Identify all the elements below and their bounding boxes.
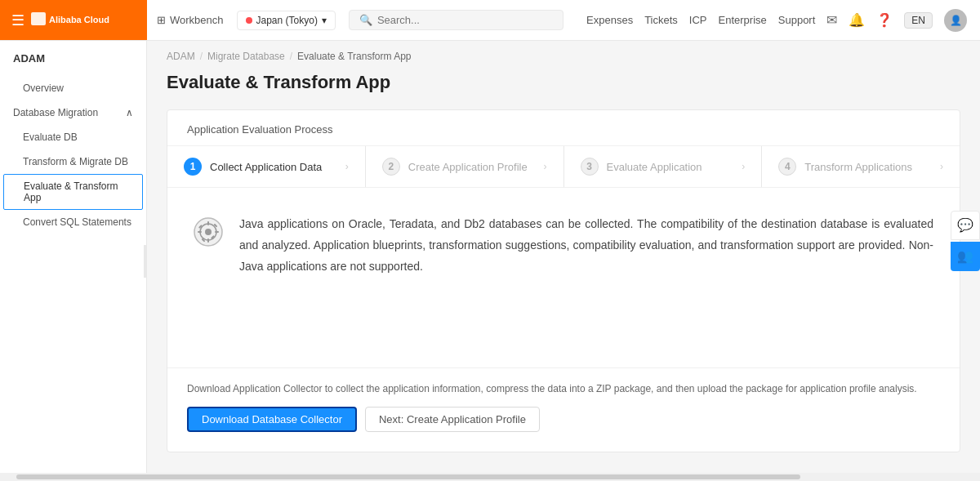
svg-text:Alibaba Cloud: Alibaba Cloud — [49, 15, 109, 24]
breadcrumb: ADAM / Migrate Database / Evaluate & Tra… — [147, 41, 980, 69]
svg-rect-6 — [207, 238, 209, 243]
footer-buttons: Download Database Collector Next: Create… — [187, 407, 940, 432]
sidebar-item-convert-sql[interactable]: Convert SQL Statements — [0, 210, 146, 234]
search-icon: 🔍 — [359, 14, 372, 26]
navbar-right: Expenses Tickets ICP Enterprise Support … — [573, 9, 980, 32]
bell-icon[interactable]: 🔔 — [849, 12, 865, 28]
float-group-button[interactable]: 👥 — [951, 242, 980, 271]
step-1-label: Collect Application Data — [210, 161, 322, 173]
language-button[interactable]: EN — [904, 12, 933, 29]
step-1-number: 1 — [184, 158, 202, 176]
chevron-down-icon: ▾ — [322, 15, 327, 26]
step-2-arrow: › — [544, 161, 547, 172]
tickets-link[interactable]: Tickets — [644, 14, 678, 26]
region-status-dot — [246, 17, 252, 24]
float-buttons: 💬 👥 — [951, 211, 980, 271]
sidebar-title: ADAM — [0, 41, 146, 76]
step-3[interactable]: 3 Evaluate Application › — [564, 146, 763, 187]
svg-rect-0 — [31, 12, 46, 25]
avatar[interactable]: 👤 — [944, 9, 967, 32]
svg-point-4 — [205, 229, 212, 235]
svg-rect-8 — [215, 231, 219, 233]
enterprise-link[interactable]: Enterprise — [719, 14, 767, 26]
float-chat-button[interactable]: 💬 — [951, 211, 980, 240]
bottom-scrollbar[interactable] — [0, 473, 980, 481]
description-text: Java applications on Oracle, Teradata, a… — [239, 214, 933, 348]
footer-area: Download Application Collector to collec… — [167, 367, 960, 452]
step-4-number: 4 — [778, 158, 796, 176]
email-icon[interactable]: ✉ — [826, 12, 837, 28]
page-title: Evaluate & Transform App — [167, 72, 960, 93]
breadcrumb-adam[interactable]: ADAM — [167, 51, 195, 62]
workbench-icon: ⊞ — [157, 14, 166, 26]
sidebar-section-database-migration[interactable]: Database Migration ∧ — [0, 100, 146, 125]
description-icon — [194, 217, 223, 348]
sidebar-item-evaluate-transform-app[interactable]: Evaluate & Transform App — [3, 174, 143, 210]
workbench-link[interactable]: ⊞ Workbench — [157, 14, 224, 26]
sidebar: ADAM Overview Database Migration ∧ Evalu… — [0, 41, 147, 481]
next-create-profile-button[interactable]: Next: Create Application Profile — [365, 407, 540, 432]
navbar-center: ⊞ Workbench Japan (Tokyo) ▾ 🔍 — [147, 10, 573, 30]
step-4-arrow: › — [940, 161, 943, 172]
icp-link[interactable]: ICP — [689, 14, 707, 26]
sidebar-item-evaluate-db[interactable]: Evaluate DB — [0, 125, 146, 149]
step-2-number: 2 — [382, 158, 400, 176]
step-3-number: 3 — [581, 158, 599, 176]
svg-rect-7 — [198, 231, 202, 233]
sidebar-item-transform-migrate-db[interactable]: Transform & Migrate DB — [0, 149, 146, 174]
brand: ☰ Alibaba Cloud — [0, 0, 147, 40]
step-2[interactable]: 2 Create Application Profile › — [366, 146, 564, 187]
breadcrumb-sep-1: / — [200, 51, 203, 62]
breadcrumb-sep-2: / — [290, 51, 292, 62]
step-4[interactable]: 4 Transform Applications › — [762, 146, 960, 187]
navbar: ☰ Alibaba Cloud ⊞ Workbench Japan (Tokyo… — [0, 0, 980, 41]
steps-bar: 1 Collect Application Data › 2 Create Ap… — [167, 145, 960, 188]
region-label: Japan (Tokyo) — [256, 15, 318, 26]
step-3-label: Evaluate Application — [607, 161, 702, 173]
main-content: ADAM / Migrate Database / Evaluate & Tra… — [147, 41, 980, 481]
workbench-label: Workbench — [170, 14, 224, 26]
brand-logo: Alibaba Cloud — [31, 10, 121, 30]
breadcrumb-migrate-db[interactable]: Migrate Database — [207, 51, 285, 62]
scrollbar-thumb — [16, 474, 800, 479]
step-1[interactable]: 1 Collect Application Data › — [167, 146, 366, 187]
search-input[interactable] — [377, 14, 553, 26]
sidebar-section-label: Database Migration — [13, 107, 98, 118]
group-icon: 👥 — [957, 248, 973, 264]
chat-icon: 💬 — [957, 217, 973, 233]
step-1-arrow: › — [345, 161, 349, 172]
chevron-up-icon: ∧ — [126, 107, 133, 118]
content-card: Application Evaluation Process 1 Collect… — [167, 109, 960, 452]
svg-rect-5 — [207, 221, 209, 225]
step-2-label: Create Application Profile — [408, 161, 528, 173]
layout: ADAM Overview Database Migration ∧ Evalu… — [0, 41, 980, 481]
breadcrumb-current: Evaluate & Transform App — [297, 51, 411, 62]
support-link[interactable]: Support — [778, 14, 816, 26]
region-button[interactable]: Japan (Tokyo) ▾ — [237, 11, 336, 30]
sidebar-item-overview[interactable]: Overview — [0, 76, 146, 100]
page-header: Evaluate & Transform App — [147, 69, 980, 109]
description-area: Java applications on Oracle, Teradata, a… — [167, 188, 960, 367]
footer-note: Download Application Collector to collec… — [187, 381, 940, 397]
step-3-arrow: › — [742, 161, 745, 172]
help-icon[interactable]: ❓ — [876, 12, 893, 28]
download-database-collector-button[interactable]: Download Database Collector — [187, 407, 357, 432]
step-4-label: Transform Applications — [804, 161, 912, 173]
process-label: Application Evaluation Process — [167, 110, 960, 145]
search-bar[interactable]: 🔍 — [349, 10, 564, 30]
menu-icon[interactable]: ☰ — [11, 11, 24, 29]
avatar-placeholder: 👤 — [950, 15, 962, 26]
expenses-link[interactable]: Expenses — [586, 14, 633, 26]
